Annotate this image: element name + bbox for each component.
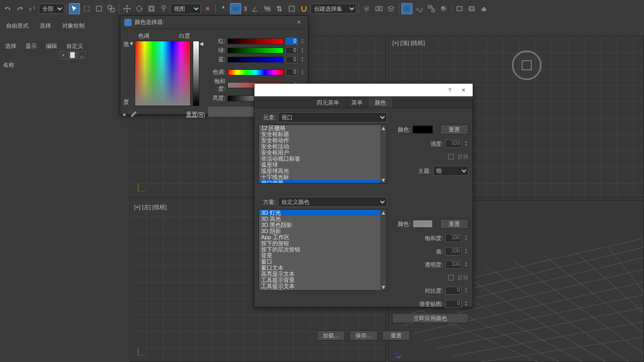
list-item[interactable]: 背景: [259, 252, 380, 258]
ref-coord-select[interactable]: 视图: [170, 4, 201, 14]
named-selection-select[interactable]: 创建选择集: [311, 4, 356, 14]
close-icon[interactable]: ×: [59, 51, 67, 59]
menu-select[interactable]: 选择: [5, 42, 16, 50]
align-icon[interactable]: [373, 3, 384, 14]
menu-display[interactable]: 显示: [25, 42, 37, 50]
color2-swatch[interactable]: [413, 220, 433, 228]
green-input[interactable]: 0: [286, 47, 298, 54]
reset-button[interactable]: 重置: [440, 124, 469, 135]
list-item[interactable]: 安全框用户: [259, 149, 380, 156]
scrollbar[interactable]: ▲▼: [380, 125, 387, 183]
list-item[interactable]: 安全框动作: [259, 137, 380, 143]
scrollbar[interactable]: ▲▼: [380, 210, 387, 290]
placement-tool-icon[interactable]: [158, 3, 169, 14]
apply-now-button[interactable]: 立即应用颜色: [392, 313, 469, 323]
rotate-tool-icon[interactable]: [134, 3, 145, 14]
render-setup-icon[interactable]: [454, 3, 465, 14]
tab-menu[interactable]: 菜单: [345, 97, 369, 108]
gradient-input[interactable]: 0: [445, 300, 461, 308]
intensity-spinner[interactable]: ▲▼: [463, 140, 469, 147]
value-input[interactable]: 100: [445, 247, 461, 255]
list-item[interactable]: 3D 阴影: [259, 228, 380, 234]
hue-input[interactable]: 0: [286, 69, 298, 76]
filter-all-select[interactable]: 全部: [39, 4, 64, 14]
viewport-label[interactable]: [+] [顶] [线框]: [393, 39, 425, 47]
scheme-select[interactable]: 自定义颜色: [278, 197, 387, 207]
lasso-select-icon[interactable]: [93, 3, 105, 14]
curve-editor-icon[interactable]: [414, 3, 425, 14]
mirror-icon[interactable]: [361, 3, 372, 14]
list-item[interactable]: 工具提示文本: [259, 283, 380, 289]
customize-titlebar[interactable]: ? ×: [254, 84, 473, 97]
list-item[interactable]: 视口背景: [259, 180, 380, 183]
theme-select[interactable]: 暗: [433, 166, 469, 176]
sheet-icon[interactable]: [68, 51, 76, 59]
whiteness-slider[interactable]: [193, 41, 199, 106]
teapot-icon[interactable]: [478, 3, 490, 14]
list-item[interactable]: 弧形球高光: [259, 168, 380, 174]
pivot-icon[interactable]: [202, 3, 213, 14]
tab-object-paint[interactable]: 对象绘制: [62, 22, 85, 30]
tab-color[interactable]: 颜色: [369, 97, 392, 108]
manipulate-icon[interactable]: [218, 3, 229, 14]
scheme-list[interactable]: 3D 灯光3D 高光3D 黑色阴影3D 阴影App 工作区按下的按钮按下的层次按…: [259, 209, 387, 291]
schematic-icon[interactable]: [426, 3, 437, 14]
close-button[interactable]: ×: [294, 17, 304, 28]
red-spinner[interactable]: ▲▼: [300, 38, 305, 45]
tab-select[interactable]: 选择: [40, 22, 51, 30]
list-item[interactable]: 安全框活动: [259, 143, 380, 149]
reset-all-button[interactable]: 重置: [382, 330, 410, 341]
contrast-spinner[interactable]: ▲▼: [463, 287, 469, 294]
eyedropper-icon[interactable]: [130, 110, 138, 118]
list-item[interactable]: 3D 灯光: [259, 210, 380, 216]
list-item[interactable]: 窗口文本: [259, 265, 380, 271]
picker-arrow-icon[interactable]: ▸: [123, 111, 126, 118]
invert2-checkbox[interactable]: [448, 275, 454, 280]
tool-redo-icon[interactable]: [14, 3, 25, 14]
color-picker-titlebar[interactable]: 颜色选择器: ×: [120, 16, 308, 29]
hue-slider[interactable]: [227, 69, 284, 75]
swirl-icon[interactable]: ◡: [78, 51, 86, 59]
color-spectrum[interactable]: [135, 41, 191, 106]
snap-percent-icon[interactable]: %: [262, 3, 273, 14]
list-item[interactable]: 窗口: [259, 258, 380, 265]
window-cross-icon[interactable]: [106, 3, 117, 14]
menu-custom[interactable]: 自定义: [66, 42, 83, 50]
edged-icon[interactable]: [286, 3, 297, 14]
keyboard-icon[interactable]: [230, 3, 241, 14]
list-item[interactable]: 12 区栅格: [259, 125, 380, 131]
list-item[interactable]: 高亮显示文本: [259, 271, 380, 277]
value-spinner[interactable]: ▲▼: [463, 248, 469, 255]
list-item[interactable]: 工具提示背景: [259, 277, 380, 283]
select-tool-icon[interactable]: [69, 3, 80, 14]
transparency-input[interactable]: 100: [445, 261, 461, 269]
close-button[interactable]: ×: [458, 85, 469, 95]
load-button[interactable]: 加载…: [317, 330, 345, 341]
magnet-icon[interactable]: [298, 3, 310, 14]
scale-tool-icon[interactable]: [146, 3, 157, 14]
list-item[interactable]: App 工作区: [259, 234, 380, 240]
saturation-input[interactable]: 100: [445, 234, 461, 242]
invert-checkbox[interactable]: [448, 154, 454, 160]
viewcube-icon[interactable]: [512, 50, 542, 80]
green-slider[interactable]: [227, 47, 284, 54]
element-select[interactable]: 视口: [278, 112, 387, 122]
reset2-button[interactable]: 重置: [440, 219, 469, 229]
list-item[interactable]: 按下的按钮: [259, 240, 380, 246]
rect-select-icon[interactable]: [81, 3, 92, 14]
list-item[interactable]: 安全框标题: [259, 131, 380, 137]
hue-spinner[interactable]: ▲▼: [300, 69, 305, 76]
viewport-label[interactable]: [+] [左] [线框]: [134, 203, 167, 211]
red-slider[interactable]: [227, 38, 284, 44]
red-input[interactable]: 0: [286, 38, 298, 45]
blue-spinner[interactable]: ▲▼: [300, 56, 305, 63]
snap-angle-icon[interactable]: [249, 3, 261, 14]
menu-edit[interactable]: 编辑: [46, 42, 57, 50]
contrast-input[interactable]: 0: [445, 287, 461, 295]
element-list[interactable]: 12 区栅格安全框标题安全框动作安全框活动安全框用户非活动视口标签弧形球弧形球高…: [259, 124, 387, 184]
layers-icon[interactable]: [385, 3, 397, 14]
move-tool-icon[interactable]: [121, 3, 133, 14]
reset-link[interactable]: 重置(R): [186, 111, 205, 118]
list-item[interactable]: 3D 黑色阴影: [259, 222, 380, 228]
render-frame-icon[interactable]: [466, 3, 477, 14]
